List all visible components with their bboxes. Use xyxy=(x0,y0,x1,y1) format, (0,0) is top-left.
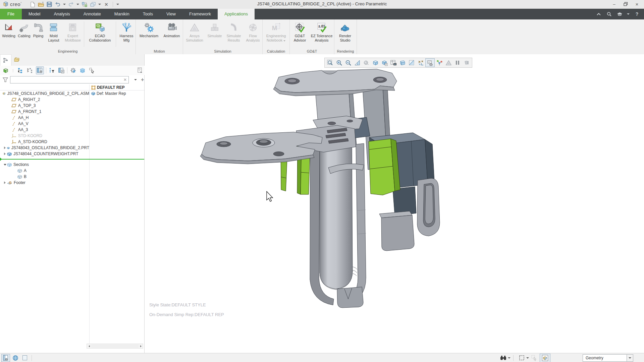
layers-icon[interactable] xyxy=(79,67,86,74)
ansys-simulation-button[interactable]: Ansys Simulation xyxy=(184,21,205,43)
tab-applications[interactable]: Applications xyxy=(218,9,255,19)
tab-framework[interactable]: Framework xyxy=(182,9,218,19)
piping-button[interactable]: Piping xyxy=(32,21,45,43)
model-3d-view[interactable] xyxy=(195,66,490,312)
ez-tolerance-analysis-button[interactable]: ±.01 EZ Tolerance Analysis xyxy=(309,21,334,43)
graphics-area[interactable]: Style State:DEFAULT STYLE On-Demand Simp… xyxy=(145,54,644,353)
selection-filter-caret[interactable] xyxy=(627,354,633,362)
zoom-in-icon[interactable] xyxy=(335,59,343,67)
select-items-icon[interactable] xyxy=(530,354,538,362)
mechanism-button[interactable]: Mechanism xyxy=(137,21,161,43)
display-style-icon[interactable] xyxy=(371,59,380,67)
close-button[interactable]: × xyxy=(632,1,642,7)
search-icon[interactable] xyxy=(606,11,612,17)
tab-model[interactable]: Model xyxy=(22,9,47,19)
selection-filter[interactable]: Geometry xyxy=(583,354,633,362)
welding-button[interactable]: Welding xyxy=(1,21,17,43)
tree-row-datum-plane[interactable]: A_TOP_3 xyxy=(0,103,89,109)
restore-button[interactable] xyxy=(621,1,631,7)
minimize-ribbon-icon[interactable] xyxy=(596,11,602,17)
tree-row-part[interactable]: JS748044_COUNTERWEIGHT.PRT xyxy=(0,151,89,157)
tree-select-icon[interactable] xyxy=(88,67,96,74)
tree-filter-icon[interactable] xyxy=(48,67,56,74)
tree-row-footer[interactable]: Footer xyxy=(0,180,89,186)
scroll-left-arrow[interactable] xyxy=(87,344,91,348)
tree-row-part[interactable]: JS748043_OSCILLATING_BRIDGE_2.PRT xyxy=(0,145,89,151)
scrollbar-track[interactable] xyxy=(91,344,139,348)
tree-row-section[interactable]: B xyxy=(0,174,89,180)
collapse-all-icon[interactable] xyxy=(26,67,34,74)
saved-orientations-icon[interactable] xyxy=(380,59,389,67)
collapse-arrow-icon[interactable] xyxy=(3,164,7,166)
add-filter-icon[interactable]: + xyxy=(141,77,144,82)
tree-row-datum-plane[interactable]: A_RIGHT_2 xyxy=(0,97,89,103)
tab-analysis[interactable]: Analysis xyxy=(47,9,76,19)
annotation-display-icon[interactable] xyxy=(425,58,435,67)
pause-icon[interactable] xyxy=(453,59,462,67)
tree-row-csys[interactable]: STD-KOORD xyxy=(0,133,89,139)
zoom-out-icon[interactable] xyxy=(344,59,353,67)
learning-connector-icon[interactable] xyxy=(616,11,623,17)
tree-horizontal-scrollbar[interactable] xyxy=(87,344,143,349)
render-studio-button[interactable]: Render Studio xyxy=(335,21,355,43)
tree-row-section[interactable]: A xyxy=(0,168,89,174)
clear-filter-icon[interactable]: ✕ xyxy=(123,77,127,82)
expand-arrow-icon[interactable] xyxy=(3,146,7,149)
expand-arrow-icon[interactable] xyxy=(3,153,7,155)
harness-mfg-button[interactable]: Harness Mfg xyxy=(117,21,136,43)
rep-value-master[interactable]: Def: Master Rep xyxy=(91,90,143,97)
engineering-notebook-button[interactable]: M Engineering Notebook xyxy=(263,21,289,43)
datum-display-icon[interactable] xyxy=(416,59,425,67)
help-icon[interactable]: ? xyxy=(634,11,640,17)
tree-row-sections[interactable]: Sections xyxy=(0,162,89,168)
find-binoculars-icon[interactable] xyxy=(499,354,507,362)
stop-icon[interactable] xyxy=(462,59,471,67)
animation-button[interactable]: Animation xyxy=(161,21,182,43)
toggle-tree-panel-icon[interactable] xyxy=(1,354,10,362)
tab-file[interactable]: File xyxy=(0,9,22,19)
show-columns-icon[interactable] xyxy=(36,66,44,74)
tree-page-settings-icon[interactable] xyxy=(136,67,144,74)
tree-row-csys[interactable]: A_STD-KOORD xyxy=(0,139,89,145)
find-dropdown-caret[interactable] xyxy=(508,357,511,359)
tab-manikin[interactable]: Manikin xyxy=(108,9,136,19)
folder-browser-tab[interactable] xyxy=(11,54,22,65)
geometry-mode-icon[interactable] xyxy=(540,354,550,362)
simulation-display-icon[interactable] xyxy=(444,59,453,67)
expand-all-icon[interactable] xyxy=(17,67,24,74)
mold-layout-button[interactable]: Mold Layout xyxy=(45,21,62,43)
minimize-button[interactable]: – xyxy=(609,1,619,7)
selection-filter-value[interactable]: Geometry xyxy=(583,354,627,362)
tab-view[interactable]: View xyxy=(160,9,182,19)
tree-filter-input[interactable] xyxy=(10,76,129,83)
expert-moldbase-button[interactable]: Expert Moldbase xyxy=(62,21,83,43)
tree-columns-icon[interactable] xyxy=(58,67,65,74)
tree-row-assembly[interactable]: JS748_OSCILLATING_BRIDGE_2_CPL.ASM xyxy=(0,90,89,97)
zoom-window-icon[interactable] xyxy=(326,59,334,67)
view-manager-icon[interactable] xyxy=(389,59,398,67)
simulate-button[interactable]: Simulate xyxy=(205,21,224,43)
flow-analysis-button[interactable]: Flow Analysis xyxy=(244,21,262,43)
learning-dropdown-caret[interactable] xyxy=(627,13,630,15)
tree-row-datum-plane[interactable]: A_FRONT_1 xyxy=(0,109,89,115)
scroll-right-arrow[interactable] xyxy=(139,344,143,348)
model-tree-settings-icon[interactable] xyxy=(2,67,9,74)
web-browser-icon[interactable] xyxy=(11,354,19,362)
spin-center-icon[interactable] xyxy=(435,59,444,67)
insert-indicator[interactable] xyxy=(0,157,89,162)
cabling-button[interactable]: Cabling xyxy=(17,21,32,43)
tree-gear-icon[interactable] xyxy=(69,67,77,74)
selection-box-icon[interactable] xyxy=(518,354,526,362)
rep-column-header[interactable]: DEFAULT REP xyxy=(91,84,143,90)
selection-dropdown-caret[interactable] xyxy=(526,357,529,359)
tab-annotate[interactable]: Annotate xyxy=(77,9,108,19)
blank-document-icon[interactable] xyxy=(21,354,29,362)
filter-dropdown-caret[interactable] xyxy=(134,79,137,80)
simulate-results-button[interactable]: Simulate Results xyxy=(224,21,244,43)
expand-arrow-icon[interactable] xyxy=(3,181,7,184)
section-view-icon[interactable] xyxy=(407,59,416,67)
tree-row-datum-axis[interactable]: AA_3 xyxy=(0,127,89,133)
refit-icon[interactable] xyxy=(353,59,362,67)
perspective-icon[interactable] xyxy=(398,59,407,67)
tree-row-datum-axis[interactable]: AA_V xyxy=(0,121,89,127)
